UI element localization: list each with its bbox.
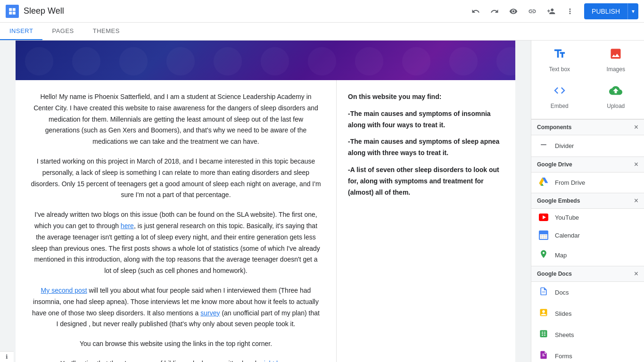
images-label: Images [607, 66, 625, 73]
topbar: Sleep Well PUBLISH ▾ [0, 0, 644, 23]
upload-label: Upload [607, 103, 625, 109]
components-section-header: Components × [531, 119, 644, 135]
components-close-button[interactable]: × [634, 123, 638, 131]
embed-label: Embed [551, 103, 569, 109]
svg-rect-2 [9, 11, 12, 14]
svg-rect-3 [13, 11, 16, 14]
docs-icon [539, 287, 548, 298]
content-area: Hello! My name is Phoenix Satterfield, a… [0, 38, 531, 362]
slides-item[interactable]: Slides [531, 303, 644, 324]
right-heading: On this website you may find: [348, 91, 504, 103]
textbox-icon [553, 47, 566, 63]
text-box-insert[interactable]: Text box [531, 41, 588, 78]
tab-insert[interactable]: INSERT [0, 23, 42, 40]
google-drive-label: Google Drive [537, 161, 572, 168]
map-icon [539, 249, 548, 261]
calendar-label: Calendar [555, 232, 580, 239]
status-bar: ℹ [0, 351, 14, 362]
svg-rect-0 [9, 8, 12, 11]
from-drive-item[interactable]: From Drive [531, 173, 644, 193]
google-drive-icon [539, 177, 548, 188]
embed-icon [553, 84, 566, 100]
status-icon: ℹ [6, 354, 8, 360]
docs-label: Docs [555, 289, 569, 296]
main-layout: Hello! My name is Phoenix Satterfield, a… [0, 38, 644, 362]
forms-label: Forms [555, 353, 572, 360]
right-item-2: -The main causes and symptoms of sleep a… [348, 136, 504, 159]
youtube-item[interactable]: YouTube [531, 209, 644, 226]
tab-bar: INSERT PAGES THEMES [0, 23, 644, 41]
svg-rect-1 [13, 8, 16, 11]
topbar-actions: PUBLISH ▾ [467, 3, 638, 20]
divider-label: Divider [555, 142, 574, 149]
forms-icon [539, 350, 548, 362]
divider-icon [539, 140, 548, 152]
tab-themes[interactable]: THEMES [83, 23, 129, 40]
publish-button[interactable]: PUBLISH [584, 3, 627, 19]
link-button[interactable] [524, 3, 541, 20]
hero-image [16, 38, 515, 80]
map-label: Map [555, 252, 567, 259]
from-drive-label: From Drive [555, 179, 585, 186]
calendar-item[interactable]: Calendar [531, 226, 644, 245]
google-docs-section-header: Google Docs × [531, 266, 644, 282]
right-item-3: -A list of seven other sleep disorders t… [348, 165, 504, 198]
forms-item[interactable]: Forms [531, 346, 644, 362]
google-embeds-section-header: Google Embeds × [531, 193, 644, 209]
second-post-paragraph: My second post will tell you about what … [31, 285, 321, 330]
components-label: Components [537, 124, 571, 131]
divider-item[interactable]: Divider [531, 135, 644, 156]
insert-panel: Text box Images Embed Upload [531, 38, 644, 362]
docs-item[interactable]: Docs [531, 282, 644, 303]
google-drive-section-header: Google Drive × [531, 156, 644, 173]
right-item-1: -The main causes and symptoms of insomni… [348, 108, 504, 131]
images-insert[interactable]: Images [588, 41, 644, 78]
google-docs-label: Google Docs [537, 271, 572, 277]
my-second-post-link[interactable]: My second post [41, 287, 87, 294]
google-docs-close-button[interactable]: × [634, 270, 638, 278]
intro-paragraph: Hello! My name is Phoenix Satterfield, a… [31, 91, 321, 148]
more-options-button[interactable] [561, 3, 578, 20]
publish-dropdown-button[interactable]: ▾ [627, 3, 638, 19]
browse-paragraph: You can browse this website using the li… [31, 338, 321, 350]
slides-icon [539, 308, 548, 320]
bibliography-paragraph: You'll notice that there's no page of bi… [31, 358, 321, 362]
here-link[interactable]: here [121, 222, 134, 230]
survey-link[interactable]: survey [200, 309, 220, 317]
sheets-item[interactable]: Sheets [531, 324, 644, 346]
slides-label: Slides [555, 310, 571, 317]
page-content: Hello! My name is Phoenix Satterfield, a… [16, 80, 515, 362]
upload-insert[interactable]: Upload [588, 78, 644, 115]
map-item[interactable]: Map [531, 245, 644, 266]
insert-top-section: Text box Images Embed Upload [531, 38, 644, 119]
preview-button[interactable] [505, 3, 522, 20]
google-drive-close-button[interactable]: × [634, 161, 638, 168]
text-box-label: Text box [549, 66, 570, 73]
images-icon [609, 47, 622, 63]
add-editor-button[interactable] [543, 3, 560, 20]
blogs-paragraph: I've already written two blogs on this i… [31, 209, 321, 277]
page-container: Hello! My name is Phoenix Satterfield, a… [16, 38, 515, 362]
youtube-label: YouTube [555, 214, 579, 221]
undo-button[interactable] [467, 3, 484, 20]
project-paragraph: I started working on this project in Mar… [31, 156, 321, 201]
right-here-link[interactable]: right here [262, 360, 289, 362]
google-embeds-label: Google Embeds [537, 197, 580, 204]
sheets-label: Sheets [555, 331, 574, 338]
site-title: Sleep Well [24, 6, 64, 16]
redo-button[interactable] [486, 3, 503, 20]
app-logo [6, 5, 19, 18]
sheets-icon [539, 329, 548, 341]
right-column: On this website you may find: -The main … [336, 80, 515, 362]
left-column: Hello! My name is Phoenix Satterfield, a… [16, 80, 336, 362]
upload-icon [609, 84, 622, 100]
calendar-icon [539, 230, 548, 240]
publish-group: PUBLISH ▾ [584, 3, 638, 19]
tab-pages[interactable]: PAGES [42, 23, 83, 40]
embed-insert[interactable]: Embed [531, 78, 588, 115]
google-embeds-close-button[interactable]: × [634, 197, 638, 205]
youtube-icon [539, 214, 548, 221]
